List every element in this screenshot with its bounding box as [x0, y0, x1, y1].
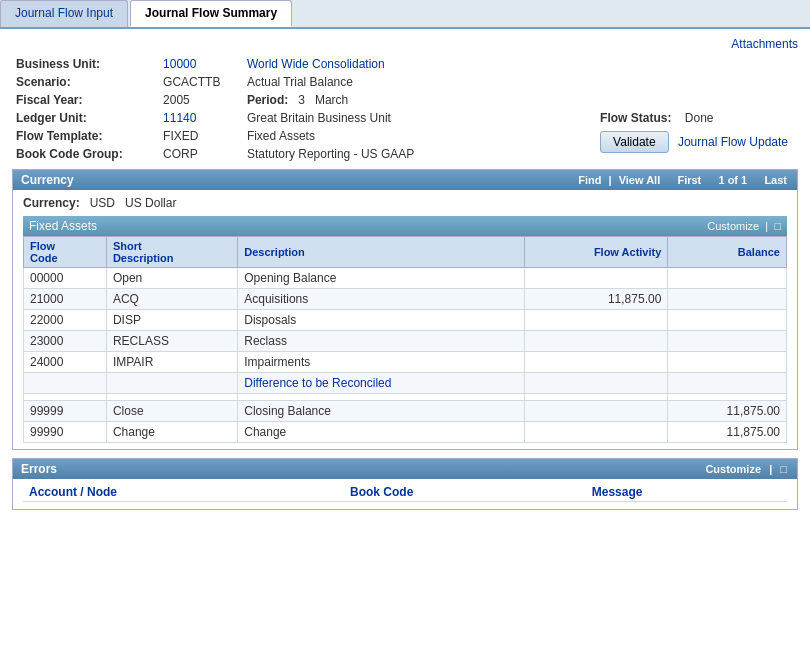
main-content: Attachments Business Unit: 10000 World W… — [0, 29, 810, 518]
errors-col-book-code: Book Code — [344, 483, 586, 502]
cell-short-desc: Close — [106, 401, 237, 422]
cell-description: Impairments — [238, 352, 524, 373]
fiscal-year-value: 2005 — [159, 91, 243, 109]
cell-short-desc: IMPAIR — [106, 352, 237, 373]
cell-short-desc — [106, 373, 237, 394]
col-flow-code: FlowCode — [24, 237, 107, 268]
errors-export-link[interactable]: □ — [780, 463, 787, 475]
currency-field-label: Currency: — [23, 196, 80, 210]
ledger-unit-value[interactable]: 11140 — [163, 111, 196, 125]
fiscal-year-label: Fiscal Year: — [12, 91, 159, 109]
cell-flow-code: 99990 — [24, 422, 107, 443]
flow-status-value: Done — [685, 111, 714, 125]
errors-customize-link[interactable]: Customize — [705, 463, 761, 475]
tab-bar: Journal Flow Input Journal Flow Summary — [0, 0, 810, 29]
period-name: March — [315, 93, 348, 107]
view-all-link[interactable]: View All — [619, 174, 661, 186]
cell-short-desc: Open — [106, 268, 237, 289]
table-row: 24000 IMPAIR Impairments — [24, 352, 787, 373]
business-unit-name: World Wide Consolidation — [243, 55, 468, 73]
book-code-group-name: Statutory Reporting - US GAAP — [243, 145, 468, 163]
last-link[interactable]: Last — [764, 174, 787, 186]
flow-template-value: FIXED — [159, 127, 243, 145]
fixed-assets-label: Fixed Assets — [29, 219, 97, 233]
flow-template-label: Flow Template: — [12, 127, 159, 145]
book-code-group-value: CORP — [159, 145, 243, 163]
currency-header-label: Currency — [21, 173, 74, 187]
cell-flow-code: 21000 — [24, 289, 107, 310]
cell-balance: 11,875.00 — [668, 422, 787, 443]
col-short-desc: ShortDescription — [106, 237, 237, 268]
cell-short-desc: DISP — [106, 310, 237, 331]
currency-content: Currency: USD US Dollar Fixed Assets Cus… — [13, 190, 797, 449]
cell-flow-activity — [524, 394, 668, 401]
cell-flow-code: 00000 — [24, 268, 107, 289]
currency-section: Currency Find | View All First 1 of 1 La… — [12, 169, 798, 450]
cell-balance — [668, 310, 787, 331]
cell-balance — [668, 331, 787, 352]
cell-balance — [668, 394, 787, 401]
table-row: Difference to be Reconciled — [24, 373, 787, 394]
errors-header-label: Errors — [21, 462, 57, 476]
currency-label-row: Currency: USD US Dollar — [23, 196, 787, 210]
cell-description: Disposals — [238, 310, 524, 331]
fixed-assets-section: Fixed Assets Customize | □ FlowCode Shor… — [23, 216, 787, 443]
errors-table: Account / Node Book Code Message — [23, 483, 787, 502]
table-row: 22000 DISP Disposals — [24, 310, 787, 331]
currency-nav: Find | View All First 1 of 1 Last — [576, 174, 789, 186]
cell-short-desc: Change — [106, 422, 237, 443]
cell-description: Difference to be Reconciled — [238, 373, 524, 394]
errors-col-account: Account / Node — [23, 483, 344, 502]
book-code-group-label: Book Code Group: — [12, 145, 159, 163]
scenario-label: Scenario: — [12, 73, 159, 91]
tab-journal-flow-summary[interactable]: Journal Flow Summary — [130, 0, 292, 27]
cell-flow-code — [24, 373, 107, 394]
tab-journal-flow-input[interactable]: Journal Flow Input — [0, 0, 128, 27]
cell-flow-activity — [524, 268, 668, 289]
cell-short-desc: RECLASS — [106, 331, 237, 352]
cell-flow-code: 22000 — [24, 310, 107, 331]
col-flow-activity: Flow Activity — [524, 237, 668, 268]
table-row — [24, 394, 787, 401]
attachments-link[interactable]: Attachments — [731, 37, 798, 51]
form-fields: Business Unit: 10000 World Wide Consolid… — [12, 55, 468, 163]
cell-description: Reclass — [238, 331, 524, 352]
cell-description: Closing Balance — [238, 401, 524, 422]
table-row: 21000 ACQ Acquisitions 11,875.00 — [24, 289, 787, 310]
cell-description: Change — [238, 422, 524, 443]
journal-flow-update-link[interactable]: Journal Flow Update — [678, 135, 788, 149]
fixed-assets-export-link[interactable]: □ — [774, 220, 781, 232]
cell-flow-activity — [524, 401, 668, 422]
business-unit-value[interactable]: 10000 — [163, 57, 196, 71]
col-description: Description — [238, 237, 524, 268]
cell-description: Opening Balance — [238, 268, 524, 289]
scenario-value: GCACTTB — [159, 73, 243, 91]
cell-flow-activity — [524, 331, 668, 352]
col-balance: Balance — [668, 237, 787, 268]
errors-section-header: Errors Customize | □ — [13, 459, 797, 479]
period-label: Period: — [247, 93, 288, 107]
validate-button[interactable]: Validate — [600, 131, 668, 153]
table-row: 00000 Open Opening Balance — [24, 268, 787, 289]
ledger-unit-label: Ledger Unit: — [12, 109, 159, 127]
cell-flow-code: 24000 — [24, 352, 107, 373]
attachments-row: Attachments — [12, 37, 798, 51]
cell-flow-code: 23000 — [24, 331, 107, 352]
cell-short-desc — [106, 394, 237, 401]
period-value: 3 — [298, 93, 305, 107]
errors-section: Errors Customize | □ Account / Node Book… — [12, 458, 798, 510]
cell-flow-activity — [524, 352, 668, 373]
cell-flow-activity — [524, 310, 668, 331]
cell-flow-activity: 11,875.00 — [524, 289, 668, 310]
business-unit-label: Business Unit: — [12, 55, 159, 73]
first-link[interactable]: First — [677, 174, 701, 186]
find-link[interactable]: Find — [578, 174, 601, 186]
currency-section-header: Currency Find | View All First 1 of 1 La… — [13, 170, 797, 190]
cell-flow-code: 99999 — [24, 401, 107, 422]
cell-balance — [668, 289, 787, 310]
cell-flow-code — [24, 394, 107, 401]
fixed-assets-customize-link[interactable]: Customize — [707, 220, 759, 232]
flow-template-name: Fixed Assets — [243, 127, 468, 145]
cell-balance: 11,875.00 — [668, 401, 787, 422]
fixed-assets-links: Customize | □ — [707, 220, 781, 232]
